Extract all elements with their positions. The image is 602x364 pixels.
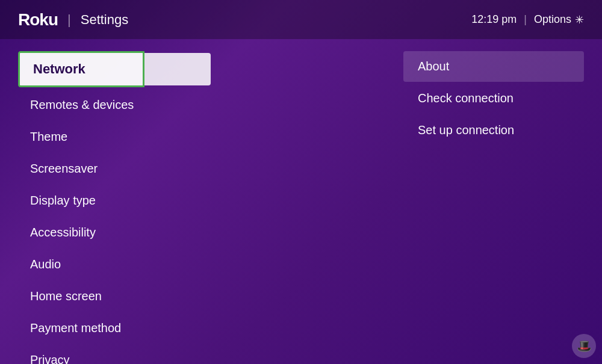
header-pipe-icon: | [524,13,527,26]
right-item-check-connection[interactable]: Check connection [403,83,584,114]
right-item-setup-connection[interactable]: Set up connection [403,115,584,146]
sidebar-item-label: Screensaver [30,162,98,175]
sidebar-item-privacy[interactable]: Privacy [18,345,211,364]
sidebar-item-theme[interactable]: Theme [18,122,211,152]
sidebar-item-label: Theme [30,130,67,143]
header-divider-icon: | [67,12,71,28]
sidebar-item-label: Privacy [30,353,70,364]
right-item-label: Set up connection [418,123,514,137]
right-panel: About Check connection Set up connection [211,51,584,352]
options-star-icon: ✳ [575,13,584,26]
options-label: Options [534,13,571,26]
sidebar-item-payment-method[interactable]: Payment method [18,313,211,344]
options-button[interactable]: Options ✳ [534,13,584,26]
network-bar [144,53,211,85]
sidebar-item-label: Remotes & devices [30,98,134,111]
roku-logo: Roku [18,10,58,29]
sidebar-item-home-screen[interactable]: Home screen [18,281,211,312]
main-content: Network Remotes & devices Theme Screensa… [0,39,602,364]
sidebar-item-remotes[interactable]: Remotes & devices [18,90,211,120]
sidebar-item-label: Payment method [30,321,121,335]
left-menu: Network Remotes & devices Theme Screensa… [18,51,211,352]
sidebar-item-network[interactable]: Network [18,51,211,87]
network-label: Network [18,51,144,87]
right-item-label: Check connection [418,91,514,105]
sidebar-item-label: Accessibility [30,226,96,239]
watermark: 🎩 [572,334,596,358]
page-title: Settings [81,12,129,28]
sidebar-item-label: Display type [30,194,96,207]
sidebar-item-audio[interactable]: Audio [18,249,211,280]
right-item-label: About [418,60,449,73]
right-item-about[interactable]: About [403,51,584,82]
sidebar-item-screensaver[interactable]: Screensaver [18,153,211,184]
sidebar-item-label: Home screen [30,289,102,303]
header-left: Roku | Settings [18,10,128,29]
sidebar-item-accessibility[interactable]: Accessibility [18,217,211,248]
header: Roku | Settings 12:19 pm | Options ✳ [0,0,602,39]
sidebar-item-label: Audio [30,258,61,271]
clock-display: 12:19 pm [471,13,517,26]
header-right: 12:19 pm | Options ✳ [471,13,584,26]
sidebar-item-display-type[interactable]: Display type [18,185,211,216]
